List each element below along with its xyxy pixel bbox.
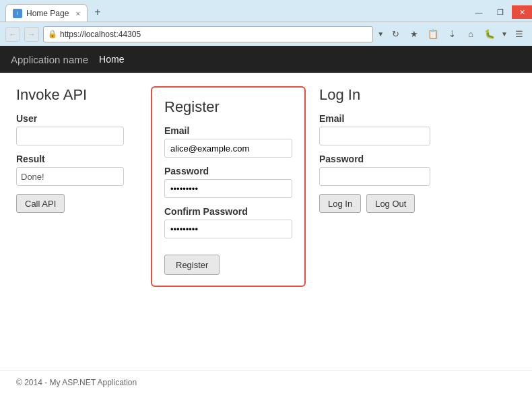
tab-favicon: i	[13, 9, 22, 18]
user-field-group: User	[16, 113, 137, 145]
bug-icon[interactable]: 🐛	[482, 27, 497, 42]
register-confirm-label: Confirm Password	[164, 206, 292, 217]
new-tab-button[interactable]: +	[90, 5, 105, 20]
register-button[interactable]: Register	[164, 255, 220, 275]
bookmark-star-icon[interactable]: ★	[407, 27, 422, 42]
login-email-group: Email	[319, 113, 447, 145]
page-footer: © 2014 - My ASP.NET Application	[0, 370, 532, 394]
register-password-input[interactable]	[164, 179, 292, 198]
login-email-input[interactable]	[319, 127, 430, 145]
clipboard-icon[interactable]: 📋	[426, 27, 440, 42]
login-title: Log In	[319, 86, 447, 104]
lock-icon: 🔒	[48, 30, 57, 38]
user-label: User	[16, 113, 137, 124]
dropdown-arrow-icon[interactable]: ▼	[377, 30, 384, 38]
tab-title: Home Page	[26, 9, 69, 18]
login-actions: Log In Log Out	[319, 194, 447, 213]
result-label: Result	[16, 154, 137, 164]
login-section: Log In Email Password Log In Log Out	[319, 86, 447, 213]
address-field[interactable]: 🔒 https://localhost:44305	[43, 26, 373, 42]
download-icon[interactable]: ⇣	[444, 27, 459, 42]
register-password-label: Password	[164, 166, 292, 176]
register-confirm-group: Confirm Password	[164, 206, 292, 238]
window-controls: — ❐ ✕	[469, 5, 532, 19]
tools-dropdown-icon[interactable]: ▼	[501, 30, 508, 38]
sections-row: Invoke API User Result Call API Register…	[16, 86, 516, 287]
app-name: Application name	[11, 54, 88, 65]
footer-text: © 2014 - My ASP.NET Application	[16, 378, 137, 387]
login-button[interactable]: Log In	[319, 194, 361, 213]
register-section: Register Email Password Confirm Password…	[151, 86, 306, 287]
refresh-button[interactable]: ↻	[388, 27, 403, 42]
home-icon[interactable]: ⌂	[463, 27, 478, 42]
url-text: https://localhost:44305	[60, 30, 141, 39]
title-bar: i Home Page × + — ❐ ✕	[0, 0, 532, 22]
nav-home-link[interactable]: Home	[99, 54, 124, 65]
minimize-button[interactable]: —	[469, 5, 489, 19]
register-email-input[interactable]	[164, 139, 292, 158]
address-bar: ← → 🔒 https://localhost:44305 ▼ ↻ ★ 📋 ⇣ …	[0, 22, 532, 46]
tab-close-btn[interactable]: ×	[75, 9, 79, 18]
result-field-group: Result	[16, 154, 137, 186]
login-password-label: Password	[319, 154, 447, 164]
login-email-label: Email	[319, 113, 447, 124]
invoke-api-title: Invoke API	[16, 86, 137, 104]
user-input[interactable]	[16, 127, 124, 145]
call-api-button[interactable]: Call API	[16, 194, 65, 213]
menu-icon[interactable]: ☰	[512, 27, 527, 42]
close-button[interactable]: ✕	[512, 5, 532, 19]
browser-tab[interactable]: i Home Page ×	[5, 4, 88, 22]
page-content: Invoke API User Result Call API Register…	[0, 73, 532, 370]
back-button[interactable]: ←	[5, 27, 20, 42]
app-navbar: Application name Home	[0, 46, 532, 73]
forward-button[interactable]: →	[24, 27, 39, 42]
register-password-group: Password	[164, 166, 292, 198]
restore-button[interactable]: ❐	[490, 5, 510, 19]
register-confirm-input[interactable]	[164, 220, 292, 238]
register-title: Register	[164, 98, 292, 116]
result-input[interactable]	[16, 167, 124, 186]
register-email-label: Email	[164, 125, 292, 136]
logout-button[interactable]: Log Out	[366, 194, 415, 213]
login-password-group: Password	[319, 154, 447, 186]
invoke-api-section: Invoke API User Result Call API	[16, 86, 151, 213]
login-password-input[interactable]	[319, 167, 430, 186]
register-email-group: Email	[164, 125, 292, 158]
